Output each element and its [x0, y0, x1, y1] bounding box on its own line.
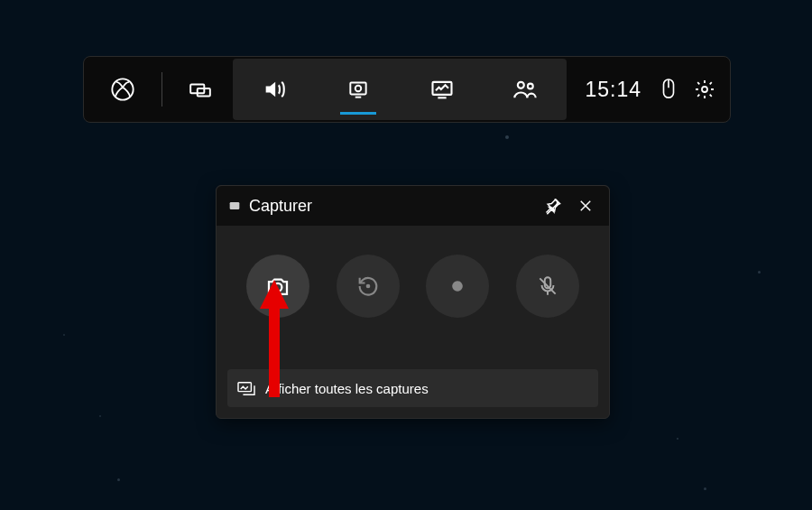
svg-point-4 — [355, 86, 362, 92]
star-dot — [677, 438, 678, 440]
gallery-icon — [236, 380, 256, 396]
gamebar-center — [233, 59, 567, 120]
settings-button[interactable] — [687, 71, 723, 107]
camera-icon — [264, 273, 291, 300]
mic-toggle-button[interactable] — [516, 255, 579, 318]
close-button[interactable] — [569, 190, 602, 222]
star-dot — [758, 271, 761, 274]
gear-icon — [694, 79, 715, 100]
xbox-button[interactable] — [84, 77, 161, 102]
capture-window-icon — [227, 199, 242, 213]
gamebar-right: 15:14 — [568, 57, 730, 122]
svg-point-18 — [453, 281, 464, 292]
svg-point-16 — [274, 283, 282, 292]
svg-rect-3 — [350, 82, 365, 94]
star-dot — [63, 334, 65, 336]
star-dot — [117, 478, 120, 481]
svg-point-12 — [702, 87, 707, 92]
social-button[interactable] — [484, 59, 567, 120]
audio-icon — [262, 77, 287, 102]
mouse-indicator[interactable] — [651, 71, 687, 107]
screenshot-button[interactable] — [246, 255, 309, 318]
performance-button[interactable] — [400, 59, 484, 120]
record-icon — [448, 277, 466, 295]
record-last-button[interactable] — [337, 255, 400, 318]
svg-rect-22 — [238, 383, 251, 392]
gamebar-left — [84, 57, 170, 122]
close-icon — [577, 198, 594, 214]
separator — [161, 72, 162, 107]
record-button[interactable] — [426, 255, 489, 318]
star-dot — [704, 487, 706, 490]
record-last-icon — [355, 274, 381, 299]
widgets-icon — [189, 78, 212, 101]
pin-icon — [544, 197, 562, 215]
svg-point-8 — [518, 82, 524, 88]
mouse-icon — [659, 77, 678, 102]
pin-button[interactable] — [537, 190, 569, 222]
svg-point-17 — [365, 284, 370, 289]
capture-window-body — [217, 226, 609, 370]
show-all-captures-button[interactable]: Afficher toutes les captures — [227, 369, 598, 407]
svg-point-9 — [528, 84, 533, 89]
capture-window: Capturer — [216, 185, 610, 419]
mic-off-icon — [536, 274, 559, 298]
capture-window-titlebar[interactable]: Capturer — [217, 186, 609, 226]
widgets-button[interactable] — [170, 57, 231, 122]
star-dot — [505, 135, 509, 139]
capture-icon — [346, 78, 370, 101]
capture-window-title: Capturer — [249, 197, 537, 216]
performance-icon — [429, 77, 455, 102]
audio-button[interactable] — [233, 59, 317, 120]
clock-display: 15:14 — [576, 78, 651, 102]
svg-rect-13 — [230, 202, 240, 209]
xbox-icon — [110, 77, 135, 102]
gamebar-toolbar: 15:14 — [83, 56, 731, 123]
social-icon — [512, 77, 538, 102]
show-all-captures-label: Afficher toutes les captures — [265, 381, 429, 396]
capture-tab-button[interactable] — [317, 59, 401, 120]
star-dot — [99, 415, 101, 417]
